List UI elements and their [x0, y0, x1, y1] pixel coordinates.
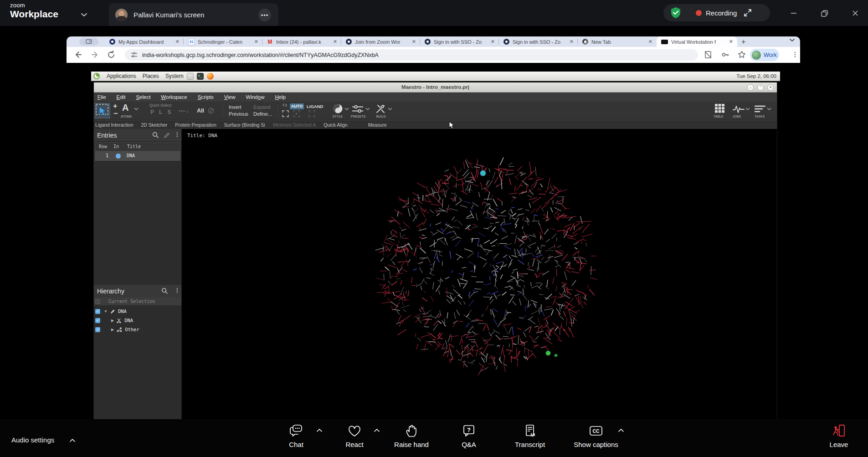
- tab-list-chevron-icon[interactable]: [789, 38, 795, 42]
- chevron-down-icon[interactable]: [81, 13, 87, 17]
- menu-places[interactable]: Places: [143, 73, 159, 79]
- edit-pencil-icon[interactable]: [164, 132, 170, 139]
- tab-close-icon[interactable]: ✕: [412, 39, 416, 45]
- browser-tab-sso-1[interactable]: Sign in with SSO - Zo ✕: [420, 36, 499, 47]
- distro-logo-icon[interactable]: [93, 72, 100, 80]
- more-options-button[interactable]: •••: [258, 9, 271, 21]
- maestro-titlebar[interactable]: Maestro - Intro_maestro.prj: [94, 82, 777, 92]
- window-close-button[interactable]: [851, 9, 860, 18]
- leave-button[interactable]: Leave: [812, 424, 866, 448]
- tab-close-icon[interactable]: ✕: [254, 39, 258, 45]
- captions-caret-icon[interactable]: [618, 428, 624, 432]
- maestro-minimize-button[interactable]: ⌄: [747, 84, 754, 91]
- presets-icon[interactable]: [352, 105, 364, 113]
- chat-button[interactable]: Chat: [269, 424, 324, 448]
- search-icon[interactable]: [161, 288, 168, 294]
- tasks-icon[interactable]: [755, 105, 765, 113]
- maestro-maximize-button[interactable]: ⌃: [757, 84, 764, 91]
- chat-caret-icon[interactable]: [316, 428, 323, 432]
- style-icon[interactable]: [333, 103, 343, 114]
- menu-system[interactable]: System: [165, 73, 184, 79]
- menu-edit[interactable]: Edit: [117, 94, 126, 100]
- expand-arrow-icon[interactable]: ▼: [104, 309, 108, 313]
- window-minimize-button[interactable]: [789, 9, 798, 18]
- tab-close-icon[interactable]: ✕: [175, 39, 180, 45]
- checkbox-checked[interactable]: ✓: [95, 318, 100, 323]
- browser-tab-new-tab[interactable]: New Tab ✕: [578, 36, 657, 47]
- qa-button[interactable]: ? Q&A: [442, 424, 496, 448]
- collapse-arrow-icon[interactable]: ▶: [111, 318, 114, 323]
- address-bar[interactable]: india-workshopls.gcp.tsg.schrodinger.com…: [125, 49, 698, 61]
- zoom-out-button[interactable]: −: [113, 109, 118, 118]
- browser-tab-join-zoom[interactable]: Join from Zoom Wor ✕: [341, 36, 420, 47]
- checkbox[interactable]: [95, 299, 100, 304]
- tab-quick-align[interactable]: Quick Align: [324, 122, 348, 128]
- password-key-icon[interactable]: [721, 50, 730, 59]
- kebab-menu-icon[interactable]: ⋮: [175, 287, 180, 293]
- browser-tab-inbox[interactable]: M Inbox (24) - pallavi.k ✕: [262, 36, 341, 47]
- terminal-icon[interactable]: >_: [197, 73, 204, 80]
- tab-surface-binding[interactable]: Surface (Binding Si: [224, 122, 265, 128]
- chevron-down-icon[interactable]: [388, 108, 392, 110]
- tab-close-icon[interactable]: ✕: [491, 39, 495, 45]
- checkbox-checked[interactable]: ✓: [95, 309, 100, 314]
- react-caret-icon[interactable]: [374, 428, 380, 432]
- react-button[interactable]: React: [327, 424, 382, 448]
- table-icon[interactable]: [714, 103, 725, 113]
- browser-tab-sso-2[interactable]: Sign in with SSO - Zo ✕: [499, 36, 578, 47]
- new-tab-button[interactable]: +: [741, 38, 745, 46]
- hierarchy-item-dna[interactable]: ✓ ▶ DNA: [94, 316, 181, 325]
- tab-2d-sketcher[interactable]: 2D Sketcher: [141, 122, 167, 128]
- chevron-down-icon[interactable]: [767, 108, 771, 110]
- selection-tool-button[interactable]: [95, 103, 110, 118]
- jobs-icon[interactable]: [733, 105, 745, 113]
- show-captions-button[interactable]: CC Show captions: [569, 424, 623, 448]
- browser-menu-icon[interactable]: ⋮: [792, 51, 798, 58]
- deselect-icon[interactable]: [208, 108, 214, 114]
- menu-help[interactable]: Help: [275, 94, 286, 100]
- kebab-menu-icon[interactable]: ⋮: [175, 131, 180, 138]
- security-shield-icon[interactable]: [670, 7, 681, 19]
- hierarchy-item-dna-root[interactable]: ✓ ▼ DNA: [94, 307, 181, 316]
- menu-window[interactable]: Window: [246, 94, 265, 100]
- inclusion-dot-icon[interactable]: [116, 154, 121, 159]
- define-button[interactable]: Define...: [253, 111, 272, 117]
- caret-up-icon[interactable]: [69, 438, 76, 442]
- send-to-device-icon[interactable]: [704, 50, 713, 59]
- tab-search-button[interactable]: [79, 38, 98, 46]
- desktop-clock[interactable]: Tue Sep 2, 06:00: [736, 73, 776, 79]
- quick-select-dots-button[interactable]: •••⌄: [179, 108, 190, 114]
- invert-button[interactable]: Invert: [229, 104, 241, 110]
- menu-workspace[interactable]: Workspace: [161, 94, 187, 100]
- chevron-down-icon[interactable]: [134, 108, 139, 110]
- build-icon[interactable]: [375, 104, 386, 114]
- entries-row-dna[interactable]: 1 DNA: [95, 151, 180, 161]
- menu-scripts[interactable]: Scripts: [198, 94, 214, 100]
- firefox-icon[interactable]: [207, 73, 214, 80]
- shared-screen-tab[interactable]: Pallavi Kumari's screen: [109, 3, 278, 26]
- tab-close-icon[interactable]: ✕: [648, 39, 652, 45]
- previous-button[interactable]: Previous: [229, 111, 248, 117]
- file-manager-icon[interactable]: [187, 73, 194, 80]
- tab-protein-preparation[interactable]: Protein Preparation: [175, 122, 216, 128]
- browser-tab-calendar[interactable]: 31 Schrodinger - Calen ✕: [184, 36, 262, 47]
- bookmark-star-icon[interactable]: [737, 50, 746, 59]
- chevron-down-icon[interactable]: [365, 108, 370, 110]
- hierarchy-item-other[interactable]: ✓ ▶ Other: [94, 325, 181, 334]
- expand-button[interactable]: Expand: [253, 104, 270, 110]
- tab-ligand-interaction[interactable]: Ligand Interaction: [95, 122, 133, 128]
- search-icon[interactable]: [152, 132, 159, 139]
- browser-profile-button[interactable]: Work: [750, 49, 779, 61]
- maestro-close-button[interactable]: ✕: [767, 84, 774, 91]
- auto-fit-button[interactable]: AUTO: [290, 103, 304, 109]
- menu-select[interactable]: Select: [136, 94, 150, 100]
- raise-hand-button[interactable]: Raise hand: [384, 424, 439, 448]
- tab-close-icon[interactable]: ✕: [570, 39, 574, 45]
- fullscreen-expand-icon[interactable]: [743, 8, 752, 17]
- menu-applications[interactable]: Applications: [107, 73, 136, 79]
- menu-file[interactable]: File: [98, 94, 106, 100]
- transcript-button[interactable]: Transcript: [503, 424, 557, 448]
- checkbox-checked[interactable]: ✓: [95, 327, 100, 332]
- menu-view[interactable]: View: [224, 94, 236, 100]
- browser-tab-virtual-workstation[interactable]: Virtual Workstation f ✕: [657, 36, 737, 47]
